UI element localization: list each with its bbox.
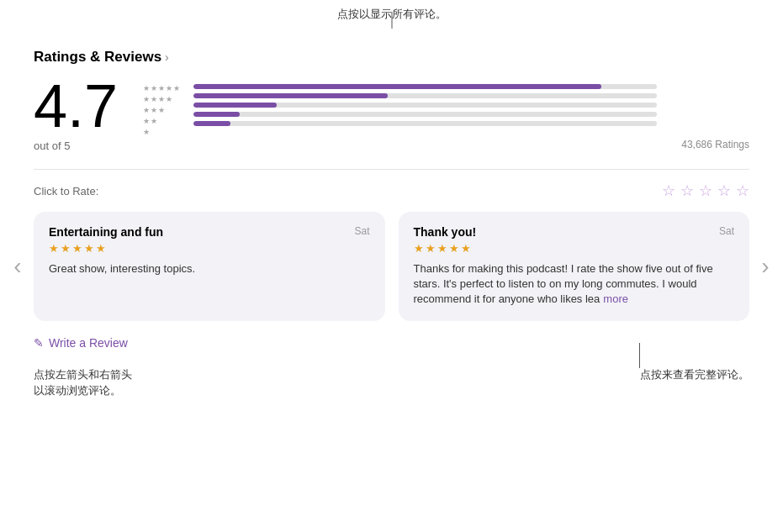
star-row-2: ★ ★ [143,117,180,125]
page-container: 点按以显示所有评论。 Ratings & Reviews › 4.7 out o… [0,0,783,532]
write-review-link[interactable]: ✎ Write a Review [34,336,749,350]
write-icon: ✎ [34,336,44,350]
bar-track-2 [193,112,657,117]
bottom-annotation-right: 点按来查看完整评论。 [640,366,749,399]
rating-bars-container: ★ ★ ★ ★ ★ ★ ★ ★ ★ ★ ★ ★ ★ [143,76,657,136]
review-1-title: Entertaining and fun [49,225,163,239]
review-2-stars: ★ ★ ★ ★ ★ [414,242,735,255]
rate-star-2[interactable]: ☆ [680,182,694,200]
ratings-count: 43,686 Ratings [674,137,749,150]
bottom-annotation-left: 点按左箭头和右箭头 以滚动浏览评论。 [34,366,132,399]
review-1-stars: ★ ★ ★ ★ ★ [49,242,370,255]
big-rating-number: 4.7 [34,76,118,136]
bar-track-5 [193,84,657,89]
bar-fill-2 [193,112,240,117]
click-to-rate-label: Click to Rate: [34,185,98,198]
out-of-label: out of 5 [34,140,70,152]
review-1-date: Sat [354,225,369,237]
reviews-wrapper: ‹ › Entertaining and fun Sat ★ ★ ★ ★ [0,212,783,321]
ratings-overview: 4.7 out of 5 ★ ★ ★ ★ ★ ★ ★ ★ ★ [0,76,783,169]
review-2-date: Sat [719,225,734,237]
top-annotation: 点按以显示所有评论。 [0,0,783,25]
big-rating: 4.7 out of 5 [34,76,143,152]
review-card-2-header: Thank you! Sat [414,225,735,239]
bar-track-4 [193,93,657,98]
section-header: Ratings & Reviews › [0,25,783,76]
rate-star-3[interactable]: ☆ [699,182,712,200]
bar-track-3 [193,103,657,108]
review-card-1-header: Entertaining and fun Sat [49,225,370,239]
click-to-rate-row: Click to Rate: ☆ ☆ ☆ ☆ ☆ [0,170,783,212]
star-icons-col: ★ ★ ★ ★ ★ ★ ★ ★ ★ ★ ★ ★ ★ [143,81,180,136]
bars-col [193,81,657,126]
star-row-5: ★ ★ ★ ★ ★ [143,84,180,92]
rate-star-4[interactable]: ☆ [717,182,731,200]
write-review-label: Write a Review [49,336,128,350]
rate-star-1[interactable]: ☆ [662,182,675,200]
review-card-1: Entertaining and fun Sat ★ ★ ★ ★ ★ Great… [34,212,385,321]
write-review-row: ✎ Write a Review [0,321,783,360]
review-2-title: Thank you! [414,225,477,239]
star-row-3: ★ ★ ★ [143,106,180,114]
reviews-area: Entertaining and fun Sat ★ ★ ★ ★ ★ Great… [0,212,783,321]
bar-track-1 [193,121,657,126]
review-1-body: Great show, interesting topics. [49,261,370,277]
section-arrow-icon[interactable]: › [165,50,169,64]
review-2-more[interactable]: more [603,292,628,305]
bar-fill-5 [193,84,601,89]
star-row-1: ★ [143,128,180,136]
star-row-4: ★ ★ ★ ★ [143,95,180,103]
bar-fill-4 [193,93,388,98]
top-annotation-text: 点按以显示所有评论。 [337,8,447,20]
bar-fill-3 [193,103,277,108]
rate-stars[interactable]: ☆ ☆ ☆ ☆ ☆ [662,182,749,200]
bar-fill-1 [193,121,230,126]
reviews-grid: Entertaining and fun Sat ★ ★ ★ ★ ★ Great… [34,212,749,321]
bottom-annotations: 点按左箭头和右箭头 以滚动浏览评论。 点按来查看完整评论。 [0,360,783,416]
review-2-body: Thanks for making this podcast! I rate t… [414,261,735,308]
section-title[interactable]: Ratings & Reviews [34,49,161,66]
review-card-2: Thank you! Sat ★ ★ ★ ★ ★ Thanks for maki… [399,212,750,321]
rate-star-5[interactable]: ☆ [736,182,749,200]
